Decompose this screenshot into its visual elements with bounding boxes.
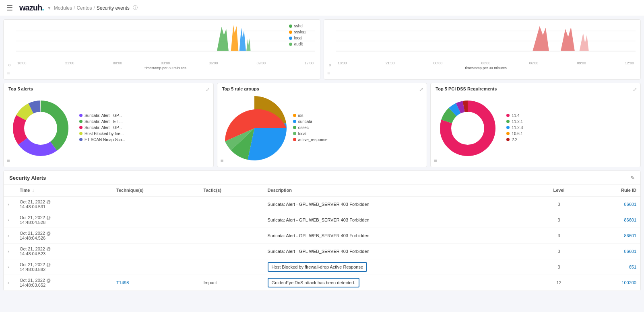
cell-ruleid[interactable]: 86601: [583, 212, 640, 228]
pci-dot-3: [506, 132, 510, 135]
security-alerts-title: Security Alerts: [9, 175, 46, 181]
list-icon-rulegroups[interactable]: ≡: [221, 158, 224, 164]
pie-label-1: suricata: [298, 119, 312, 124]
list-icon-pci[interactable]: ≡: [434, 158, 437, 164]
cell-tactic: [200, 259, 264, 275]
pie-legend-item-2: ossec: [293, 125, 328, 130]
main-content: ≡ 0: [0, 16, 644, 294]
pci-dot-4: [506, 138, 510, 141]
cell-description: Suricata: Alert - GPL WEB_SERVER 403 For…: [264, 244, 535, 259]
legend-dot-audit: [289, 43, 292, 46]
cell-level: 3: [535, 244, 583, 259]
x-label-0300: 03:00: [161, 61, 170, 65]
cell-level: 3: [535, 196, 583, 212]
cell-ruleid[interactable]: 86601: [583, 244, 640, 259]
logo-caret-icon[interactable]: ▾: [48, 5, 51, 11]
y-label-left: 0: [8, 63, 10, 67]
top5alerts-card: Top 5 alerts ⤢: [3, 83, 214, 167]
expand-row-btn[interactable]: ›: [8, 218, 9, 222]
top5alerts-donut-svg: [8, 96, 73, 160]
x-label-2100: 21:00: [65, 61, 74, 65]
pie-label-4: active_response: [298, 138, 328, 142]
label-3: Host Blocked by fire...: [85, 131, 124, 136]
pci-legend-item-4: 2.2: [506, 138, 523, 142]
pie-dot-0: [293, 114, 296, 117]
cell-description: Host Blocked by firewall-drop Active Res…: [264, 259, 535, 275]
alerts-table-head: Time ↓ Technique(s) Tactic(s) Descriptio…: [4, 185, 640, 196]
expand-row-btn[interactable]: ›: [8, 233, 9, 238]
legend-item-3: Host Blocked by fire...: [79, 131, 125, 136]
cell-time: Oct 21, 2022 @ 14:48:04.531: [16, 196, 112, 212]
th-ruleid[interactable]: Rule ID: [583, 185, 640, 196]
breadcrumb: Modules / Centos / Security events ⓘ: [54, 4, 138, 11]
x-label-1800: 18:00: [17, 61, 27, 65]
breadcrumb-modules[interactable]: Modules: [54, 5, 72, 11]
alerts-table-wrap: Time ↓ Technique(s) Tactic(s) Descriptio…: [4, 185, 640, 291]
cell-ruleid[interactable]: 86601: [583, 228, 640, 244]
x-label-r-0300: 03:00: [481, 61, 491, 65]
expand-row-btn[interactable]: ›: [8, 265, 9, 269]
timeseries-left-svg: [16, 23, 315, 59]
expand-icon-alerts-table[interactable]: ✎: [630, 175, 635, 181]
menu-icon[interactable]: ☰: [6, 4, 13, 12]
pci-legend-item-2: 11.2.3: [506, 125, 523, 130]
th-tactic[interactable]: Tactic(s): [200, 185, 264, 196]
breadcrumb-centos[interactable]: Centos: [76, 5, 92, 11]
pie-label-3: local: [298, 131, 307, 136]
expand-icon-rulegroups[interactable]: ⤢: [419, 86, 423, 92]
svg-marker-6: [246, 38, 250, 51]
cell-level: 3: [535, 212, 583, 228]
th-time[interactable]: Time ↓: [16, 185, 112, 196]
x-label-r-1200: 12:00: [625, 61, 634, 65]
th-description[interactable]: Description: [264, 185, 535, 196]
security-alerts-header: Security Alerts ✎: [4, 171, 640, 185]
expand-row-btn[interactable]: ›: [8, 280, 9, 285]
top5pci-donut-svg: [436, 96, 500, 160]
cell-ruleid[interactable]: 100200: [583, 275, 640, 291]
cell-time: Oct 21, 2022 @ 14:48:04.523: [16, 244, 112, 259]
cell-time: Oct 21, 2022 @ 14:48:04.528: [16, 212, 112, 228]
cell-tactic: [200, 212, 264, 228]
timeseries-right-card: ≡ 0 18:00 21:00 00:00 03:00: [324, 19, 641, 80]
rule-id-link[interactable]: 86601: [624, 218, 636, 222]
x-labels-left: 18:00 21:00 00:00 03:00 06:00 09:00 12:0…: [16, 61, 315, 65]
top5rulegroups-chart-section: ids suricata ossec local: [222, 93, 422, 164]
x-label-0000: 00:00: [113, 61, 122, 65]
svg-marker-11: [533, 26, 549, 51]
x-labels-right: 18:00 21:00 00:00 03:00 06:00 09:00 12:0…: [336, 61, 636, 65]
expand-row-btn[interactable]: ›: [8, 249, 9, 254]
cell-ruleid[interactable]: 86601: [583, 196, 640, 212]
rule-id-link[interactable]: 651: [629, 265, 636, 269]
top5pci-legend: 11.4 11.2.1 11.2.3 10.6.1: [506, 113, 523, 144]
rule-id-link[interactable]: 86601: [624, 202, 636, 207]
top5alerts-title: Top 5 alerts: [8, 86, 208, 91]
x-axis-label-left: timestamp per 30 minutes: [16, 66, 315, 70]
pci-legend-item-0: 11.4: [506, 113, 523, 118]
top5rulegroups-pie-svg: [222, 96, 287, 160]
rule-id-link[interactable]: 86601: [624, 233, 636, 238]
th-level[interactable]: Level: [535, 185, 583, 196]
pie-dot-3: [293, 132, 296, 135]
technique-link[interactable]: T1498: [116, 280, 129, 285]
top5alerts-legend: Suricata: Alert - GP... Suricata: Alert …: [79, 113, 125, 144]
top-bar: ☰ wazuh. ▾ Modules / Centos / Security e…: [0, 0, 644, 16]
rule-id-link[interactable]: 100200: [621, 280, 636, 285]
cell-technique: [112, 259, 199, 275]
breadcrumb-sep2: /: [93, 5, 95, 11]
expand-icon-alerts[interactable]: ⤢: [206, 86, 210, 92]
cell-tactic: Impact: [200, 275, 264, 291]
th-technique[interactable]: Technique(s): [112, 185, 199, 196]
pci-dot-1: [506, 120, 510, 123]
expand-icon-pci[interactable]: ⤢: [633, 86, 637, 92]
table-row: ›Oct 21, 2022 @ 14:48:04.523Suricata: Al…: [4, 244, 640, 259]
cell-ruleid[interactable]: 651: [583, 259, 640, 275]
cell-technique[interactable]: T1498: [112, 275, 199, 291]
legend-item-0: Suricata: Alert - GP...: [79, 113, 125, 118]
list-icon-alerts[interactable]: ≡: [7, 158, 10, 164]
svg-marker-5: [239, 28, 246, 51]
table-row: ›Oct 21, 2022 @ 14:48:03.882Host Blocked…: [4, 259, 640, 275]
description-highlighted: Host Blocked by firewall-drop Active Res…: [268, 262, 367, 272]
rule-id-link[interactable]: 86601: [624, 249, 636, 254]
expand-row-btn[interactable]: ›: [8, 202, 9, 207]
cell-technique: [112, 196, 199, 212]
